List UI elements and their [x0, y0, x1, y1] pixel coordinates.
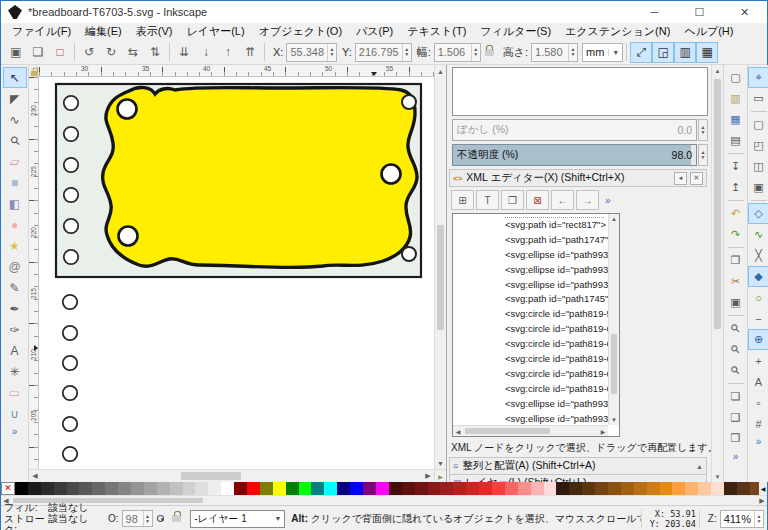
zoom-page-button[interactable]: ⚲ [721, 356, 751, 386]
palette-swatch[interactable] [144, 482, 157, 495]
palette-scrollbar[interactable]: ◀ ▶ [1, 495, 767, 505]
snap-object-centers-toggle[interactable]: ⊕ [748, 329, 768, 350]
lock-ratio-icon[interactable] [485, 49, 494, 56]
palette-swatch[interactable] [737, 482, 750, 495]
redo-button[interactable]: ↷ [725, 224, 746, 245]
align-panel-header[interactable]: ≡ 整列と配置(A) (Shift+Ctrl+A) ▲ [449, 457, 707, 475]
palette-swatch[interactable] [672, 482, 685, 495]
guide-lock-icon[interactable] [30, 71, 37, 77]
scroll-down-icon[interactable]: ▼ [609, 415, 619, 425]
y-input[interactable]: 216.795▲▼ [355, 43, 412, 62]
paint-bucket-tool[interactable]: ∪ [3, 403, 27, 424]
x-input[interactable]: 55.348▲▼ [286, 43, 337, 62]
select-all-layers-button[interactable]: ❏ [27, 42, 49, 63]
text-tool[interactable]: A [3, 340, 27, 361]
menu-item[interactable]: レイヤー(L) [179, 23, 251, 40]
palette-swatch[interactable] [363, 482, 376, 495]
xml-node-row[interactable]: <svg:ellipse id="path993-2 [453, 412, 608, 425]
new-element-node-button[interactable]: ⊞ [451, 190, 474, 210]
import-button[interactable]: ↧ [725, 156, 746, 177]
palette-swatch[interactable] [376, 482, 389, 495]
blur-spinner[interactable]: ▲▼ [698, 119, 708, 141]
snap-bbox-centers-toggle[interactable]: ▣ [748, 177, 768, 198]
rotate-ccw-button[interactable]: ↺ [78, 42, 100, 63]
canvas-vertical-scrollbar[interactable]: ▲ ▼ [434, 65, 446, 469]
palette-swatch[interactable] [299, 482, 312, 495]
xml-node-row[interactable]: <svg:path id="rect817"> [453, 218, 608, 233]
ruler-corner[interactable] [29, 65, 39, 77]
palette-swatch[interactable] [402, 482, 415, 495]
palette-swatch[interactable] [544, 482, 557, 495]
palette-swatch[interactable] [41, 482, 54, 495]
xml-node-row[interactable]: <svg:ellipse id="path993-2 [453, 278, 608, 293]
zoom-spinner[interactable]: ▲▼ [754, 511, 763, 527]
palette-swatch[interactable] [621, 482, 634, 495]
scroll-up-icon[interactable]: ▲ [712, 65, 723, 76]
raise-button[interactable]: ↑ [217, 42, 239, 63]
xml-editor-header[interactable]: <> XML エディター(X) (Shift+Ctrl+X) ◂ ✕ [449, 169, 707, 187]
palette-swatch[interactable] [531, 482, 544, 495]
palette-swatch[interactable] [556, 482, 569, 495]
flip-vertical-button[interactable]: ⇅ [144, 42, 166, 63]
snap-rotation-center-toggle[interactable]: + [748, 350, 768, 371]
duplicate-node-button[interactable]: ❐ [501, 190, 524, 210]
palette-swatch[interactable] [440, 482, 453, 495]
palette-swatch[interactable] [750, 482, 759, 495]
xml-node-row[interactable]: <svg:path id="path1747"> [453, 233, 608, 248]
opacity-slider[interactable]: 不透明度 (%) 98.0 [452, 144, 697, 166]
xml-node-row[interactable]: <svg:circle id="path819-6- [453, 382, 608, 397]
palette-swatch[interactable] [54, 482, 67, 495]
raise-to-top-button[interactable]: ⇈ [239, 42, 261, 63]
canvas[interactable] [39, 77, 434, 469]
layers-panel-header[interactable]: ▤ レイヤー(L) (Shift+Ctrl+L) ▲ [449, 474, 707, 482]
width-input[interactable]: 1.506▲▼ [434, 43, 481, 62]
xml-node-row[interactable]: <svg:circle id="path819-6- [453, 337, 608, 352]
snap-page-border-toggle[interactable]: ▫ [748, 392, 768, 413]
close-panel-button[interactable]: ✕ [690, 172, 703, 185]
select-all-button[interactable]: ▣ [5, 42, 27, 63]
width-spinner[interactable]: ▲▼ [471, 44, 480, 61]
delete-node-button[interactable]: ⊠ [526, 190, 549, 210]
x-spinner[interactable]: ▲▼ [327, 44, 336, 61]
palette-swatch[interactable] [311, 482, 324, 495]
scale-corners-toggle[interactable]: ◲ [652, 42, 674, 63]
palette-swatch[interactable] [221, 482, 234, 495]
scrollbar-thumb[interactable] [181, 472, 241, 480]
undo-button[interactable]: ↶ [725, 203, 746, 224]
palette-swatch[interactable] [170, 482, 183, 495]
snap-overflow-button[interactable]: » [756, 436, 762, 447]
open-document-button[interactable]: ▥ [725, 88, 746, 109]
scroll-right-icon[interactable]: ▶ [422, 470, 434, 482]
palette-swatch[interactable] [466, 482, 479, 495]
xml-node-row[interactable]: <svg:ellipse id="path993-2 [453, 263, 608, 278]
palette-swatch[interactable] [67, 482, 80, 495]
blur-slider[interactable]: ぼかし (%) 0.0 [452, 119, 697, 141]
layer-lock-icon[interactable] [172, 515, 181, 522]
palette-swatch[interactable] [724, 482, 737, 495]
export-button[interactable]: ↥ [725, 177, 746, 198]
palette-swatch[interactable] [428, 482, 441, 495]
sticky-zoom-icon[interactable]: ▶ [438, 473, 443, 480]
maximize-button[interactable]: ☐ [677, 1, 722, 23]
palette-swatch[interactable] [595, 482, 608, 495]
scroll-down-icon[interactable]: ▼ [435, 457, 446, 469]
toolbox-overflow-button[interactable]: » [12, 426, 18, 437]
pen-tool[interactable]: ✒ [3, 298, 27, 319]
snap-smooth-nodes-toggle[interactable]: ○ [748, 287, 768, 308]
palette-swatch[interactable] [685, 482, 698, 495]
current-layer-select[interactable]: -レイヤー 1 ▼ [190, 510, 285, 528]
snap-bbox-edge-midpoints-toggle[interactable]: ◫ [748, 156, 768, 177]
snap-nodes-toggle[interactable]: ◇ [748, 203, 768, 224]
layer-visibility-icon[interactable] [157, 515, 165, 522]
palette-swatch[interactable] [286, 482, 299, 495]
unit-select[interactable]: mm▼ [582, 43, 623, 62]
pencil-tool[interactable]: ✎ [3, 277, 27, 298]
palette-swatch[interactable] [131, 482, 144, 495]
menu-item[interactable]: ヘルプ(H) [677, 23, 740, 40]
star-tool[interactable]: ★ [3, 235, 27, 256]
paste-button[interactable]: ▣ [725, 292, 746, 313]
xml-tree-horizontal-scrollbar[interactable]: ◀ ▶ [453, 425, 608, 436]
snap-bbox-edges-toggle[interactable]: ▢ [748, 114, 768, 135]
menu-item[interactable]: テキスト(T) [400, 23, 473, 40]
dock-scrollbar[interactable]: ▲ ▼ [711, 65, 723, 482]
